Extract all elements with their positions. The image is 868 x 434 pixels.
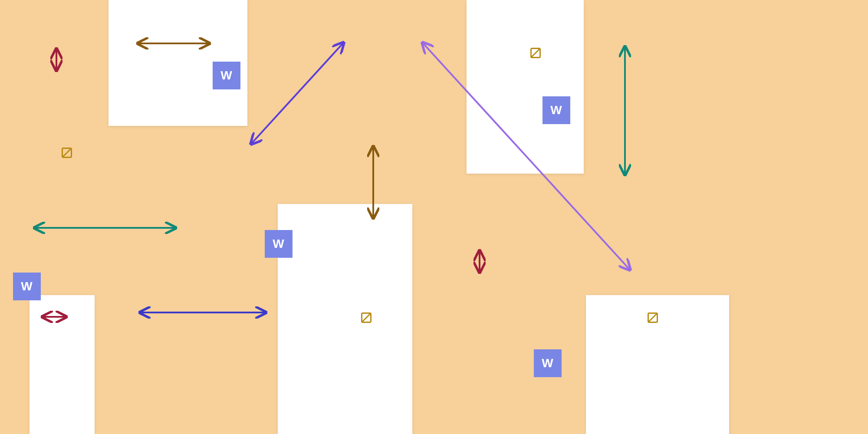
arrows-layer (0, 0, 868, 434)
resize-arrow-diagonal-icon (423, 43, 629, 269)
resize-arrow-diagonal-icon (252, 43, 343, 143)
